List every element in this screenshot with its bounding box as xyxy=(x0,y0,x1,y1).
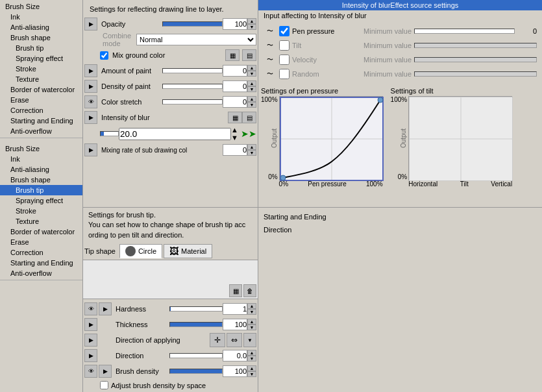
density-paint-up[interactable]: ▲ xyxy=(247,80,256,86)
color-stretch-value[interactable] xyxy=(223,96,247,108)
direction-spinner[interactable]: ▲ ▼ xyxy=(247,350,256,361)
brush-density-arrow-icon[interactable]: ▶ xyxy=(99,365,112,378)
sidebar-item-starting-ending-1[interactable]: Starting and Ending xyxy=(0,116,82,126)
hardness-down[interactable]: ▼ xyxy=(247,309,256,315)
random-check[interactable] xyxy=(279,69,289,79)
direction-up[interactable]: ▲ xyxy=(247,350,256,356)
sidebar-item-anti-overflow-2[interactable]: Anti-overflow xyxy=(0,268,82,278)
color-stretch-down[interactable]: ▼ xyxy=(247,102,256,108)
color-stretch-icon[interactable]: 👁 xyxy=(84,95,97,108)
intensity-blur-spinner[interactable]: ▲ ▼ xyxy=(231,126,238,141)
intensity-blur-btn1[interactable]: ▦ xyxy=(228,112,242,123)
density-paint-down[interactable]: ▼ xyxy=(247,86,256,92)
sidebar-item-ink-1[interactable]: Ink xyxy=(0,12,82,22)
thickness-spinner[interactable]: ▲ ▼ xyxy=(247,319,256,330)
sidebar-item-correction-1[interactable]: Correction xyxy=(0,105,82,116)
mixing-rate-up[interactable]: ▲ xyxy=(247,144,256,150)
amount-paint-spinner[interactable]: ▲ ▼ xyxy=(247,65,256,77)
mixing-rate-icon[interactable]: ▶ xyxy=(84,143,97,156)
sidebar-item-erase-2[interactable]: Erase xyxy=(0,237,82,247)
dir-btn-arrows[interactable]: ⇔ xyxy=(227,333,242,347)
sidebar-item-anti-overflow-1[interactable]: Anti-overflow xyxy=(0,126,82,136)
hardness-arrow-icon[interactable]: ▶ xyxy=(99,302,112,315)
mixing-rate-down[interactable]: ▼ xyxy=(247,150,256,156)
density-paint-spinner[interactable]: ▲ ▼ xyxy=(247,80,256,92)
thickness-up[interactable]: ▲ xyxy=(247,319,256,325)
combine-mode-select[interactable]: Normal xyxy=(136,34,256,45)
intensity-blur-value[interactable] xyxy=(119,128,231,140)
sidebar-item-anti-aliasing-1[interactable]: Anti-aliasing xyxy=(0,22,82,32)
color-stretch-row: 👁 Color stretch ▲ ▼ xyxy=(84,95,256,109)
brush-density-down[interactable]: ▼ xyxy=(247,371,256,377)
sidebar-item-texture-2[interactable]: Texture xyxy=(0,216,82,227)
preview-btn-1[interactable]: ▦ xyxy=(229,284,242,297)
direction-down[interactable]: ▼ xyxy=(247,356,256,361)
opacity-value[interactable] xyxy=(223,18,247,30)
sidebar-item-border-watercolor-1[interactable]: Border of watercolor xyxy=(0,84,82,95)
opacity-spinner[interactable]: ▲ ▼ xyxy=(247,18,256,30)
sidebar-item-brush-size-1[interactable]: Brush Size xyxy=(0,1,82,12)
direction-applying-icon[interactable]: ▶ xyxy=(84,334,97,347)
density-paint-value[interactable] xyxy=(223,80,247,92)
direction-icon[interactable]: ▶ xyxy=(84,349,97,362)
amount-paint-icon[interactable]: ▶ xyxy=(84,64,97,77)
sidebar-item-erase-1[interactable]: Erase xyxy=(0,95,82,105)
density-paint-icon[interactable]: ▶ xyxy=(84,80,97,93)
tip-tab-circle[interactable]: Circle xyxy=(119,244,162,258)
intensity-blur-btn2[interactable]: ▤ xyxy=(242,112,256,123)
mix-btn-2[interactable]: ▤ xyxy=(242,49,256,61)
mix-ground-checkbox[interactable] xyxy=(100,51,108,60)
brush-density-up[interactable]: ▲ xyxy=(247,365,256,371)
thickness-value[interactable] xyxy=(223,319,247,330)
adjust-checkbox[interactable] xyxy=(100,381,108,389)
pen-pressure-check[interactable] xyxy=(279,26,289,36)
sidebar-item-anti-aliasing-2[interactable]: Anti-aliasing xyxy=(0,164,82,175)
sidebar-item-spraying-2[interactable]: Spraying effect xyxy=(0,195,82,206)
sidebar-item-correction-2[interactable]: Correction xyxy=(0,247,82,258)
intensity-blur-down[interactable]: ▼ xyxy=(231,134,238,141)
intensity-blur-icon[interactable]: ▶ xyxy=(84,111,97,124)
brush-density-value[interactable] xyxy=(223,365,247,377)
sidebar-item-brush-tip-1[interactable]: Brush tip xyxy=(0,43,82,53)
hardness-eye-icon[interactable]: 👁 xyxy=(84,302,97,315)
amount-paint-up[interactable]: ▲ xyxy=(247,65,256,71)
amount-paint-down[interactable]: ▼ xyxy=(247,71,256,77)
hardness-value[interactable] xyxy=(223,303,247,315)
opacity-icon-btn[interactable]: ▶ xyxy=(84,18,97,31)
mix-btn-1[interactable]: ▦ xyxy=(225,49,240,61)
hardness-up[interactable]: ▲ xyxy=(247,303,256,309)
dir-btn-cross[interactable]: ✛ xyxy=(210,333,225,347)
dir-dropdown[interactable]: ▼ xyxy=(243,333,256,347)
intensity-blur-up[interactable]: ▲ xyxy=(231,126,238,134)
sidebar-item-brush-shape-2[interactable]: Brush shape xyxy=(0,175,82,185)
intensity-subtitle: Input affecting to Intensity of blur xyxy=(258,10,542,21)
thickness-down[interactable]: ▼ xyxy=(247,325,256,330)
brush-density-spinner[interactable]: ▲ ▼ xyxy=(247,365,256,377)
sidebar-item-brush-tip-2[interactable]: Brush tip xyxy=(0,185,82,195)
sidebar-item-ink-2[interactable]: Ink xyxy=(0,154,82,164)
brush-density-eye-icon[interactable]: 👁 xyxy=(84,365,97,378)
hardness-spinner[interactable]: ▲ ▼ xyxy=(247,303,256,315)
thickness-label: Thickness xyxy=(113,321,169,328)
opacity-down[interactable]: ▼ xyxy=(247,24,256,30)
sidebar-item-brush-size-2[interactable]: Brush Size xyxy=(0,143,82,154)
thickness-icon[interactable]: ▶ xyxy=(84,318,97,331)
velocity-check[interactable] xyxy=(279,55,289,65)
sidebar-item-brush-shape-1[interactable]: Brush shape xyxy=(0,32,82,43)
sidebar-item-border-watercolor-2[interactable]: Border of watercolor xyxy=(0,227,82,237)
mixing-rate-spinner[interactable]: ▲ ▼ xyxy=(247,144,256,156)
amount-paint-value[interactable] xyxy=(223,65,247,77)
sidebar-item-stroke-2[interactable]: Stroke xyxy=(0,206,82,216)
color-stretch-up[interactable]: ▲ xyxy=(247,96,256,102)
mixing-rate-value[interactable] xyxy=(223,144,247,156)
direction-value[interactable] xyxy=(223,350,247,361)
sidebar-item-stroke-1[interactable]: Stroke xyxy=(0,64,82,74)
sidebar-item-spraying-1[interactable]: Spraying effect xyxy=(0,53,82,64)
sidebar-item-texture-1[interactable]: Texture xyxy=(0,74,82,84)
sidebar-item-starting-ending-2[interactable]: Starting and Ending xyxy=(0,258,82,268)
preview-btn-delete[interactable]: 🗑 xyxy=(243,284,256,297)
opacity-up[interactable]: ▲ xyxy=(247,18,256,24)
color-stretch-spinner[interactable]: ▲ ▼ xyxy=(247,96,256,108)
tilt-check[interactable] xyxy=(279,40,289,51)
tip-tab-material[interactable]: 🖼 Material xyxy=(164,244,212,258)
